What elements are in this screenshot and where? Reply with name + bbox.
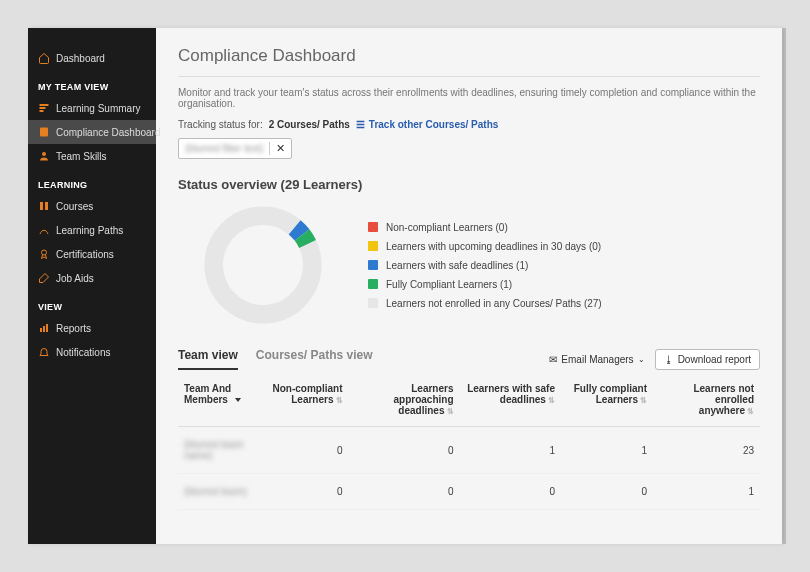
status-overview: Non-compliant Learners (0) Learners with… bbox=[178, 200, 760, 330]
sort-icon: ⇅ bbox=[548, 396, 555, 405]
legend-label: Learners not enrolled in any Courses/ Pa… bbox=[386, 298, 602, 309]
legend-item-noncompliant: Non-compliant Learners (0) bbox=[368, 222, 602, 233]
sidebar-label: Reports bbox=[56, 323, 91, 334]
col-fullycompliant[interactable]: Fully compliant Learners⇅ bbox=[561, 377, 653, 427]
main-content: Compliance Dashboard Monitor and track y… bbox=[156, 28, 782, 544]
legend-label: Learners with upcoming deadlines in 30 d… bbox=[386, 241, 601, 252]
sidebar-item-learning-summary[interactable]: Learning Summary bbox=[28, 96, 156, 120]
table-actions: ✉ Email Managers ⌄ ⭳ Download report bbox=[549, 349, 760, 370]
chevron-down-icon: ⌄ bbox=[638, 355, 645, 364]
cell-notenrolled: 23 bbox=[653, 427, 760, 474]
svg-rect-1 bbox=[40, 107, 46, 109]
certifications-icon bbox=[38, 248, 50, 260]
svg-rect-8 bbox=[46, 324, 48, 332]
download-icon: ⭳ bbox=[664, 354, 674, 365]
sidebar-item-team-skills[interactable]: Team Skills bbox=[28, 144, 156, 168]
cell-noncompliant: 0 bbox=[258, 427, 349, 474]
svg-rect-7 bbox=[43, 326, 45, 332]
sidebar-label: Dashboard bbox=[56, 53, 105, 64]
sidebar-label: Learning Paths bbox=[56, 225, 123, 236]
col-approaching[interactable]: Learners approaching deadlines⇅ bbox=[349, 377, 460, 427]
sidebar-heading-view: VIEW bbox=[28, 290, 156, 316]
sidebar-label: Compliance Dashboard bbox=[56, 127, 161, 138]
sidebar-heading-learning: LEARNING bbox=[28, 168, 156, 194]
legend-item-upcoming: Learners with upcoming deadlines in 30 d… bbox=[368, 241, 602, 252]
col-safe[interactable]: Learners with safe deadlines⇅ bbox=[460, 377, 561, 427]
sort-icon: ⇅ bbox=[747, 407, 754, 416]
legend-label: Learners with safe deadlines (1) bbox=[386, 260, 528, 271]
legend-item-notenrolled: Learners not enrolled in any Courses/ Pa… bbox=[368, 298, 602, 309]
sidebar: Dashboard MY TEAM VIEW Learning Summary … bbox=[28, 28, 156, 544]
svg-point-5 bbox=[42, 250, 47, 255]
sidebar-label: Job Aids bbox=[56, 273, 94, 284]
team-name: (blurred team) bbox=[184, 486, 247, 497]
home-icon bbox=[38, 52, 50, 64]
sidebar-item-dashboard[interactable]: Dashboard bbox=[28, 46, 156, 70]
sidebar-item-courses[interactable]: Courses bbox=[28, 194, 156, 218]
sort-icon: ⇅ bbox=[336, 396, 343, 405]
table-row[interactable]: (blurred team name) 0 0 1 1 23 bbox=[178, 427, 760, 474]
mail-icon: ✉ bbox=[549, 354, 557, 365]
sidebar-item-certifications[interactable]: Certifications bbox=[28, 242, 156, 266]
svg-point-9 bbox=[194, 196, 333, 335]
status-legend: Non-compliant Learners (0) Learners with… bbox=[368, 222, 602, 309]
download-report-button[interactable]: ⭳ Download report bbox=[655, 349, 760, 370]
sidebar-label: Learning Summary bbox=[56, 103, 140, 114]
sidebar-item-compliance-dashboard[interactable]: Compliance Dashboard bbox=[28, 120, 156, 144]
swatch-icon bbox=[368, 298, 378, 308]
paths-icon bbox=[38, 224, 50, 236]
cell-notenrolled: 1 bbox=[653, 474, 760, 510]
page-title: Compliance Dashboard bbox=[178, 46, 760, 77]
legend-label: Fully Compliant Learners (1) bbox=[386, 279, 512, 290]
sidebar-label: Notifications bbox=[56, 347, 110, 358]
svg-rect-3 bbox=[40, 128, 48, 137]
page-description: Monitor and track your team's status acr… bbox=[178, 87, 760, 109]
compliance-icon bbox=[38, 126, 50, 138]
sort-desc-icon bbox=[235, 398, 241, 402]
email-managers-dropdown[interactable]: ✉ Email Managers ⌄ bbox=[549, 354, 644, 365]
legend-item-safe: Learners with safe deadlines (1) bbox=[368, 260, 602, 271]
email-managers-label: Email Managers bbox=[561, 354, 633, 365]
list-icon: ☰ bbox=[356, 119, 365, 130]
compliance-table: Team And Members Non-compliant Learners⇅… bbox=[178, 377, 760, 510]
track-other-link[interactable]: ☰ Track other Courses/ Paths bbox=[356, 119, 499, 130]
tab-team-view[interactable]: Team view bbox=[178, 348, 238, 370]
cell-approaching: 0 bbox=[349, 427, 460, 474]
legend-label: Non-compliant Learners (0) bbox=[386, 222, 508, 233]
sort-icon: ⇅ bbox=[447, 407, 454, 416]
bell-icon bbox=[38, 346, 50, 358]
sort-icon: ⇅ bbox=[640, 396, 647, 405]
reports-icon bbox=[38, 322, 50, 334]
sidebar-item-reports[interactable]: Reports bbox=[28, 316, 156, 340]
filter-chip[interactable]: (blurred filter text) ✕ bbox=[178, 138, 292, 159]
sidebar-label: Courses bbox=[56, 201, 93, 212]
sidebar-item-job-aids[interactable]: Job Aids bbox=[28, 266, 156, 290]
skills-icon bbox=[38, 150, 50, 162]
swatch-icon bbox=[368, 279, 378, 289]
swatch-icon bbox=[368, 222, 378, 232]
app-window: Dashboard MY TEAM VIEW Learning Summary … bbox=[28, 28, 782, 544]
sidebar-item-notifications[interactable]: Notifications bbox=[28, 340, 156, 364]
cell-fullycompliant: 0 bbox=[561, 474, 653, 510]
view-tabs: Team view Courses/ Paths view bbox=[178, 348, 549, 370]
sidebar-item-learning-paths[interactable]: Learning Paths bbox=[28, 218, 156, 242]
cell-noncompliant: 0 bbox=[258, 474, 349, 510]
cell-safe: 0 bbox=[460, 474, 561, 510]
swatch-icon bbox=[368, 241, 378, 251]
close-icon[interactable]: ✕ bbox=[269, 142, 285, 155]
col-team-members[interactable]: Team And Members bbox=[178, 377, 258, 427]
cell-approaching: 0 bbox=[349, 474, 460, 510]
jobaids-icon bbox=[38, 272, 50, 284]
cell-safe: 1 bbox=[460, 427, 561, 474]
table-row[interactable]: (blurred team) 0 0 0 0 1 bbox=[178, 474, 760, 510]
download-report-label: Download report bbox=[678, 354, 751, 365]
track-link-label: Track other Courses/ Paths bbox=[369, 119, 499, 130]
tracking-status-row: Tracking status for: 2 Courses/ Paths ☰ … bbox=[178, 119, 760, 130]
svg-rect-6 bbox=[40, 328, 42, 332]
col-noncompliant[interactable]: Non-compliant Learners⇅ bbox=[258, 377, 349, 427]
tracking-value: 2 Courses/ Paths bbox=[269, 119, 350, 130]
legend-item-compliant: Fully Compliant Learners (1) bbox=[368, 279, 602, 290]
courses-icon bbox=[38, 200, 50, 212]
col-notenrolled[interactable]: Learners not enrolled anywhere⇅ bbox=[653, 377, 760, 427]
cell-fullycompliant: 1 bbox=[561, 427, 653, 474]
